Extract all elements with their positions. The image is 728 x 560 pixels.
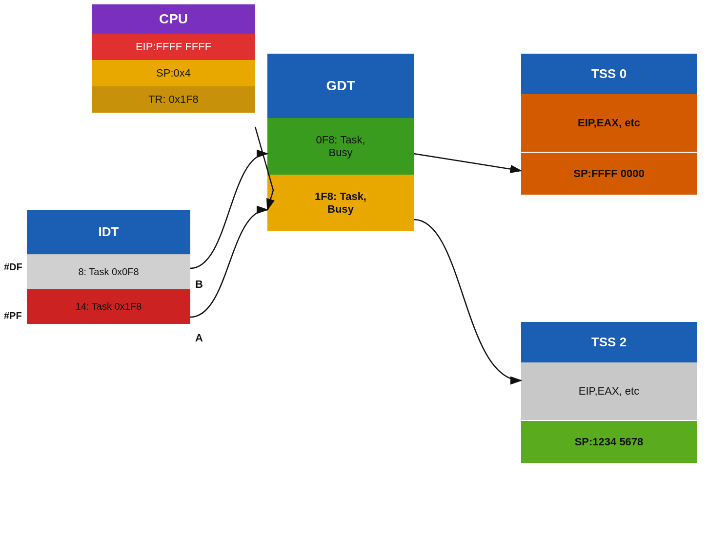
idt-label-b: B <box>195 278 203 291</box>
tss0-box: TSS 0 EIP,EAX, etc SP:FFFF 0000 <box>521 54 697 195</box>
idt-pf-entry: 14: Task 0x1F8 <box>27 289 190 324</box>
arrow-idt-df-to-gdt0f8 <box>190 154 267 268</box>
tss0-title: TSS 0 <box>521 54 697 94</box>
diagram: CPU EIP:FFFF FFFF SP:0x4 TR: 0x1F8 #DF #… <box>0 0 728 560</box>
cpu-sp: SP:0x4 <box>92 60 255 86</box>
idt-title: IDT <box>27 210 190 254</box>
idt-pf-label: #PF <box>4 310 22 321</box>
cpu-box: CPU EIP:FFFF FFFF SP:0x4 TR: 0x1F8 <box>92 4 255 113</box>
cpu-eip: EIP:FFFF FFFF <box>92 34 255 60</box>
tss2-sp: SP:1234 5678 <box>521 421 697 463</box>
idt-label-a: A <box>195 332 203 344</box>
gdt-title: GDT <box>267 54 414 118</box>
gdt-1f8-entry: 1F8: Task,Busy <box>267 175 414 231</box>
arrow-gdt0f8-to-tss0 <box>414 154 521 171</box>
idt-df-entry: 8: Task 0x0F8 <box>27 254 190 289</box>
tss2-eip: EIP,EAX, etc <box>521 362 697 420</box>
gdt-box: GDT 0F8: Task,Busy 1F8: Task,Busy <box>267 54 414 231</box>
arrow-idt-pf-to-gdt1f8 <box>190 210 267 317</box>
tss0-eip: EIP,EAX, etc <box>521 94 697 152</box>
arrow-gdt1f8-to-tss2 <box>414 220 521 380</box>
idt-box: IDT 8: Task 0x0F8 14: Task 0x1F8 <box>27 210 190 324</box>
gdt-0f8-entry: 0F8: Task,Busy <box>267 118 414 175</box>
cpu-tr: TR: 0x1F8 <box>92 86 255 113</box>
tss2-title: TSS 2 <box>521 322 697 362</box>
cpu-title: CPU <box>92 4 255 34</box>
tss2-box: TSS 2 EIP,EAX, etc SP:1234 5678 <box>521 322 697 463</box>
idt-df-label: #DF <box>4 261 22 273</box>
tss0-sp: SP:FFFF 0000 <box>521 153 697 195</box>
